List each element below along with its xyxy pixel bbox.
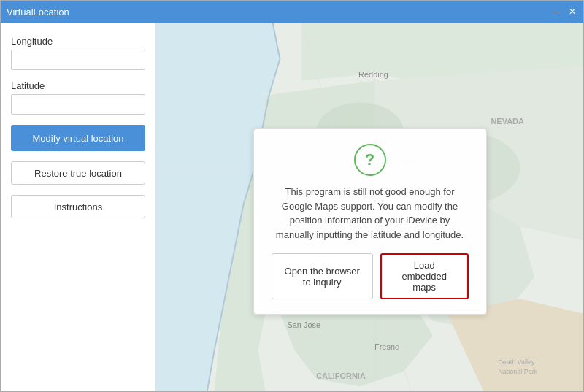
map-area: Redding NEVADA Reno San Francisco San Jo… bbox=[156, 23, 583, 391]
svg-text:San Jose: San Jose bbox=[287, 320, 320, 329]
open-browser-button[interactable]: Open the browser to inquiry bbox=[272, 253, 373, 299]
longitude-label: Longitude bbox=[11, 36, 145, 47]
svg-text:Death Valley: Death Valley bbox=[498, 358, 535, 366]
longitude-field-group: Longitude bbox=[11, 36, 145, 70]
sidebar: Longitude Latitude Modify virtual locati… bbox=[1, 23, 156, 391]
modify-location-button[interactable]: Modify virtual location bbox=[11, 125, 145, 151]
longitude-input[interactable] bbox=[11, 50, 145, 70]
titlebar: VirtualLocation ─ ✕ bbox=[1, 1, 583, 23]
window-body: Longitude Latitude Modify virtual locati… bbox=[1, 23, 583, 391]
minimize-button[interactable]: ─ bbox=[551, 7, 561, 17]
titlebar-controls: ─ ✕ bbox=[551, 7, 577, 17]
svg-text:Redding: Redding bbox=[358, 70, 388, 79]
load-maps-button[interactable]: Load embedded maps bbox=[380, 253, 469, 299]
instructions-button[interactable]: Instructions bbox=[11, 195, 145, 218]
question-icon: ? bbox=[354, 144, 386, 176]
popup-buttons: Open the browser to inquiry Load embedde… bbox=[272, 253, 469, 299]
svg-text:Fresno: Fresno bbox=[374, 342, 399, 351]
close-button[interactable]: ✕ bbox=[567, 7, 577, 17]
popup-description: This program is still not good enough fo… bbox=[272, 185, 469, 242]
main-window: VirtualLocation ─ ✕ Longitude Latitude M… bbox=[0, 0, 584, 392]
restore-location-button[interactable]: Restore true location bbox=[11, 161, 145, 185]
info-popup: ? This program is still not good enough … bbox=[253, 128, 487, 315]
svg-text:NEVADA: NEVADA bbox=[491, 117, 524, 126]
svg-text:National Park: National Park bbox=[498, 368, 537, 375]
latitude-field-group: Latitude bbox=[11, 80, 145, 115]
latitude-input[interactable] bbox=[11, 94, 145, 115]
latitude-label: Latitude bbox=[11, 80, 145, 91]
svg-text:CALIFORNIA: CALIFORNIA bbox=[316, 372, 366, 380]
window-title: VirtualLocation bbox=[7, 7, 69, 18]
